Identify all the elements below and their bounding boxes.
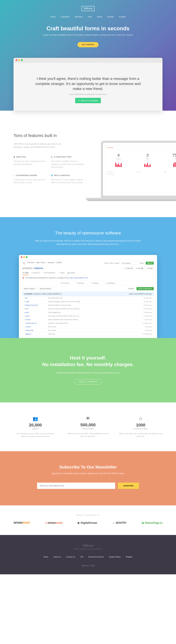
list-icon: ☰ bbox=[51, 156, 52, 158]
gh-file-row[interactable]: ▫ .gitignoreadded dist2 months ago bbox=[22, 332, 154, 336]
nav-selfhost[interactable]: Self Host bbox=[75, 16, 82, 18]
gh-file-row[interactable]: ▪ scriptsfixed setup.sh with last when a… bbox=[22, 314, 154, 318]
footer-tagline: OPEN SOURCE FORM CREATOR bbox=[0, 548, 176, 550]
gh-nav-personal[interactable]: Personal bbox=[28, 262, 34, 265]
gh-nav-business[interactable]: Business bbox=[48, 262, 54, 265]
gh-file-row[interactable]: ▫ .csslintrcfirst commita year ago bbox=[22, 325, 154, 328]
selfhost-desc: TellForm will forever be 100% opensource… bbox=[0, 372, 176, 374]
install-button[interactable]: INSTALL IT YOURSELF bbox=[74, 379, 102, 384]
sponsor-logos: SPARKPOST ● stickermule ◐ DigitalOcean ⛬… bbox=[14, 521, 162, 524]
gh-signup[interactable]: Sign up bbox=[146, 262, 154, 264]
footer-nav-status[interactable]: System Status bbox=[109, 556, 120, 558]
footer-nav-source[interactable]: Browse the Source bbox=[88, 556, 104, 558]
gh-new-pr-button[interactable]: New pull request bbox=[38, 287, 52, 290]
footer-nav-contact[interactable]: Contact Us bbox=[66, 556, 75, 558]
gh-titlebar bbox=[19, 255, 157, 260]
gh-url[interactable]: https://www.tellform.com/ bbox=[70, 277, 88, 279]
footer-nav: Home About Us Contact Us API Browse the … bbox=[0, 556, 176, 558]
gh-nav-explore[interactable]: Explore bbox=[56, 262, 62, 265]
gh-find-file-button[interactable]: Find file bbox=[127, 287, 135, 290]
footer-nav-home[interactable]: Home bbox=[44, 556, 48, 558]
footer-nav-about[interactable]: About Us bbox=[54, 556, 61, 558]
gh-description: 🔖 Free Opensource Alternative to TypeFor… bbox=[22, 275, 154, 281]
nav-faq[interactable]: FAQ bbox=[88, 16, 92, 18]
feature-multilang: 🌐MULTI-LANGUAGE Write forms in French, E… bbox=[51, 175, 84, 184]
github-icon: ⌥ bbox=[22, 262, 26, 265]
gh-signin[interactable]: Sign in bbox=[140, 262, 144, 264]
get-started-button[interactable]: GET STARTED bbox=[78, 42, 99, 47]
gh-file-row[interactable]: ▪ configadded messaging support for user… bbox=[22, 300, 154, 303]
zoom-dot-icon bbox=[21, 59, 23, 61]
pop-message-button[interactable]: ✎ Pop me a message bbox=[75, 98, 100, 103]
gh-star[interactable]: ★ Star 986 bbox=[135, 267, 144, 270]
gh-tab-pr[interactable]: ⎆ Pull requests 2 bbox=[43, 272, 56, 274]
dashboard-screenshot: ● TellForm 4Desktops 3Tablets 75%Phones … bbox=[106, 146, 176, 193]
sponsor-sentry[interactable]: ⛬ SENTRY bbox=[112, 521, 126, 524]
gh-tab-code[interactable]: <> Code bbox=[22, 272, 28, 275]
gh-file-list: ▪ appfixed geolocation bug14 days ago ▪ … bbox=[22, 296, 154, 336]
demo-window-wrap: I think you'll agree, there's nothing be… bbox=[0, 58, 176, 111]
gh-watch[interactable]: 👁 Watch 44 bbox=[124, 267, 134, 270]
gh-search-input[interactable] bbox=[121, 262, 139, 264]
stats-section: 👥 20,000 USERS Over 20,000 users from Ch… bbox=[0, 402, 176, 451]
gh-tab-issues[interactable]: ① Issues 11 bbox=[31, 272, 40, 274]
gh-contributors[interactable]: 9 contributors bbox=[106, 282, 115, 284]
gh-file-row[interactable]: ▫ .editorconfigfirst commita year ago bbox=[22, 328, 154, 332]
gh-file-row[interactable]: ▪ appfixed geolocation bug14 days ago bbox=[22, 296, 154, 300]
gh-commits[interactable]: 274 commits bbox=[61, 282, 70, 284]
footer-brand: TellForm bbox=[0, 544, 176, 548]
zoom-dot-icon bbox=[26, 256, 28, 258]
gh-repo-title[interactable]: whitef0x0 / tellform bbox=[22, 267, 43, 270]
newsletter-section: Subscribe To Our Newsletter Signup to ou… bbox=[0, 451, 176, 506]
gh-tab-graphs[interactable]: 📊 Graphs bbox=[67, 272, 75, 274]
gh-nav-opensource[interactable]: Open source bbox=[36, 262, 46, 265]
sponsors-title: PROUDLY SPONSORED BY bbox=[14, 514, 162, 516]
feature-question-types: ☰11 QUESTION TYPES From Dates to Multipl… bbox=[51, 156, 84, 168]
sponsor-stickermule[interactable]: ● stickermule bbox=[45, 521, 62, 524]
nav-donate[interactable]: Donate bbox=[107, 16, 114, 18]
logo[interactable]: TellForm bbox=[82, 6, 94, 11]
demo-headline: I think you'll agree, there's nothing be… bbox=[32, 76, 144, 91]
nav-examples[interactable]: Examples bbox=[61, 16, 70, 18]
stat-users: 👥 20,000 USERS Over 20,000 users from Ch… bbox=[14, 416, 57, 438]
laptop-base bbox=[86, 198, 176, 201]
footer-nav-register[interactable]: Register bbox=[126, 556, 132, 558]
gh-tab-pulse[interactable]: 〰 Pulse bbox=[58, 272, 64, 274]
nav-home[interactable]: Home bbox=[50, 16, 56, 18]
gh-file-row[interactable]: ▪ publicfixed dragging bug14 days ago bbox=[22, 310, 154, 314]
sponsor-sparkpost[interactable]: SPARKPOST bbox=[14, 521, 30, 524]
email-input[interactable] bbox=[37, 482, 115, 489]
gh-releases[interactable]: 5 releases bbox=[92, 282, 99, 284]
footer-copyright: TellForm © 2016 bbox=[0, 565, 176, 567]
pop-message-label: Pop me a message bbox=[81, 100, 98, 102]
close-dot-icon bbox=[16, 59, 17, 61]
feature-design: ✓CUSTOMIZABLE DESIGN Customize your form… bbox=[14, 175, 46, 184]
sponsors-section: PROUDLY SPONSORED BY SPARKPOST ● sticker… bbox=[0, 506, 176, 535]
gh-branches[interactable]: 9 branches bbox=[77, 282, 84, 284]
newsletter-form: SUBSCRIBE bbox=[0, 482, 176, 489]
gh-pricing[interactable]: Pricing bbox=[104, 262, 109, 264]
gh-blog[interactable]: Blog bbox=[110, 262, 113, 264]
gh-file-row[interactable]: ▫ .bowerrcadded automatic bower dependen… bbox=[22, 318, 154, 321]
gh-branch-button[interactable]: Branch: master ▾ bbox=[22, 287, 37, 290]
gh-fork[interactable]: ⑂ Fork 98 bbox=[145, 267, 154, 270]
demo-body: I think you'll agree, there's nothing be… bbox=[14, 62, 162, 111]
nav-contact[interactable]: Contact bbox=[119, 16, 126, 18]
nav-about[interactable]: About bbox=[97, 16, 102, 18]
check-icon: ✓ bbox=[14, 175, 15, 176]
gh-support[interactable]: Support bbox=[114, 262, 120, 264]
minimize-dot-icon bbox=[18, 59, 20, 61]
footer-nav-api[interactable]: API bbox=[80, 556, 83, 558]
laptop-mockup: ● TellForm 4Desktops 3Tablets 75%Phones … bbox=[101, 141, 176, 198]
subscribe-button[interactable]: SUBSCRIBE bbox=[118, 482, 139, 489]
gh-file-row[interactable]: ▪ docsRemoved special character from doc… bbox=[22, 307, 154, 310]
github-window: ⌥ Personal Open source Business Explore … bbox=[19, 255, 157, 338]
gh-file-row[interactable]: ▫ .codeclimate.ymlupdated .code-climate.… bbox=[22, 321, 154, 325]
sponsor-digitalocean[interactable]: ◐ DigitalOcean bbox=[78, 521, 97, 524]
sponsor-statuspage[interactable]: ◑ StatusPage.io bbox=[142, 521, 162, 524]
gh-file-row[interactable]: ▪ design/screenshotsadded translation in… bbox=[22, 303, 154, 307]
window-titlebar bbox=[14, 58, 162, 62]
analytics-icon: ◨ bbox=[14, 156, 15, 158]
gh-clone-button[interactable]: Clone or download ▾ bbox=[136, 287, 154, 290]
selfhost-title: Host it yourself. No installation fee. N… bbox=[0, 354, 176, 368]
